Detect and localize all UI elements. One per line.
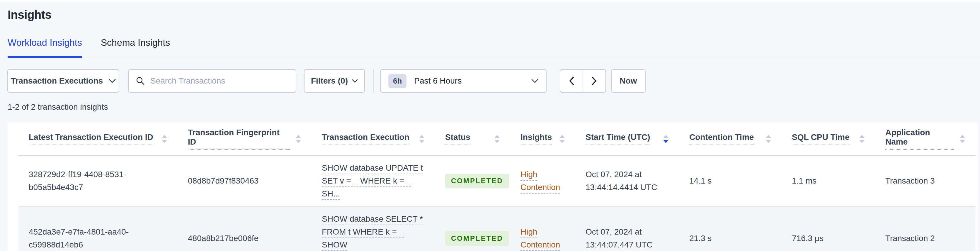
execution-id-cell: 328729d2-ff19-4408-8531-b05a5b4e43c7	[19, 155, 178, 206]
start-time-cell: Oct 07, 2024 at 13:44:07.447 UTC	[575, 206, 679, 251]
time-next-button[interactable]	[583, 69, 606, 93]
page-title: Insights	[8, 8, 980, 21]
insights-table-card: Latest Transaction Execution ID Transact…	[7, 123, 978, 251]
start-time-cell: Oct 07, 2024 at 13:44:14.4414 UTC	[575, 155, 679, 206]
sort-icon[interactable]	[419, 135, 424, 143]
column-header-application-name[interactable]: Application Name	[875, 123, 975, 155]
insight-link[interactable]: High Contention	[520, 168, 565, 194]
search-input[interactable]	[150, 76, 289, 86]
time-range-label: Past 6 Hours	[414, 76, 461, 86]
filters-button-label: Filters (0)	[311, 76, 348, 86]
sort-icon[interactable]	[766, 135, 771, 143]
application-name-cell: Transaction 3	[875, 155, 975, 206]
sort-icon[interactable]	[560, 135, 565, 143]
table-row: 328729d2-ff19-4408-8531-b05a5b4e43c7 08d…	[19, 155, 975, 206]
column-header-start-time[interactable]: Start Time (UTC)	[575, 123, 679, 155]
fingerprint-id-cell: 08d8b7d97f830463	[178, 155, 312, 206]
sort-icon[interactable]	[495, 135, 500, 143]
column-header-latest-execution-id[interactable]: Latest Transaction Execution ID	[19, 123, 178, 155]
sql-cpu-time-cell: 716.3 µs	[781, 206, 875, 251]
insight-type-select-label: Transaction Executions	[11, 76, 103, 86]
column-header-sql-cpu-time[interactable]: SQL CPU Time	[781, 123, 875, 155]
transaction-insights-table: Latest Transaction Execution ID Transact…	[19, 123, 975, 251]
insight-link[interactable]: High Contention	[520, 225, 565, 251]
search-box[interactable]	[128, 69, 296, 93]
status-badge: COMPLETED	[445, 174, 509, 188]
table-header-row: Latest Transaction Execution ID Transact…	[19, 123, 975, 155]
insights-tabs: Workload Insights Schema Insights	[8, 37, 980, 58]
contention-time-cell: 14.1 s	[679, 155, 781, 206]
transaction-execution-link[interactable]: SHOW database UPDATE t SET v = _ WHERE k…	[322, 163, 423, 198]
transaction-execution-link[interactable]: SHOW database SELECT * FROM t WHERE k = …	[322, 214, 423, 251]
chevron-down-icon	[352, 79, 358, 83]
toolbar-divider	[373, 69, 374, 93]
status-badge: COMPLETED	[445, 231, 509, 246]
insights-page: Insights Workload Insights Schema Insigh…	[0, 8, 980, 251]
time-range-badge: 6h	[388, 74, 406, 88]
column-header-insights[interactable]: Insights	[510, 123, 575, 155]
time-range-picker[interactable]: 6h Past 6 Hours	[380, 69, 547, 93]
tab-schema-insights[interactable]: Schema Insights	[101, 37, 170, 58]
fingerprint-id-cell: 480a8b217be006fe	[178, 206, 312, 251]
toolbar: Transaction Executions Filters (0) 6h Pa…	[7, 69, 980, 93]
result-count: 1-2 of 2 transaction insights	[8, 102, 980, 112]
table-row: 452da3e7-e7fa-4801-aa40-c59988d14eb6 480…	[19, 206, 975, 251]
chevron-down-icon	[531, 79, 538, 83]
column-header-status[interactable]: Status	[435, 123, 510, 155]
column-header-contention-time[interactable]: Contention Time	[679, 123, 781, 155]
chevron-left-icon	[569, 77, 574, 85]
execution-id-cell: 452da3e7-e7fa-4801-aa40-c59988d14eb6	[19, 206, 178, 251]
time-prev-button[interactable]	[560, 69, 583, 93]
sort-icon[interactable]	[859, 135, 864, 143]
sort-desc-icon[interactable]	[663, 135, 668, 143]
chevron-down-icon	[109, 79, 116, 83]
tab-workload-insights[interactable]: Workload Insights	[8, 37, 82, 58]
sort-icon[interactable]	[960, 135, 965, 143]
chevron-right-icon	[592, 77, 597, 85]
application-name-cell: Transaction 2	[875, 206, 975, 251]
contention-time-cell: 21.3 s	[679, 206, 781, 251]
time-nav-group	[560, 69, 606, 93]
sort-icon[interactable]	[296, 135, 301, 143]
sort-icon[interactable]	[162, 135, 167, 143]
column-header-fingerprint-id[interactable]: Transaction Fingerprint ID	[178, 123, 312, 155]
top-edge-strip	[0, 0, 980, 2]
filters-button[interactable]: Filters (0)	[304, 69, 365, 93]
insight-type-select[interactable]: Transaction Executions	[7, 69, 119, 93]
search-icon	[136, 76, 145, 86]
sql-cpu-time-cell: 1.1 ms	[781, 155, 875, 206]
column-header-transaction-execution[interactable]: Transaction Execution	[312, 123, 435, 155]
now-button[interactable]: Now	[611, 69, 646, 93]
